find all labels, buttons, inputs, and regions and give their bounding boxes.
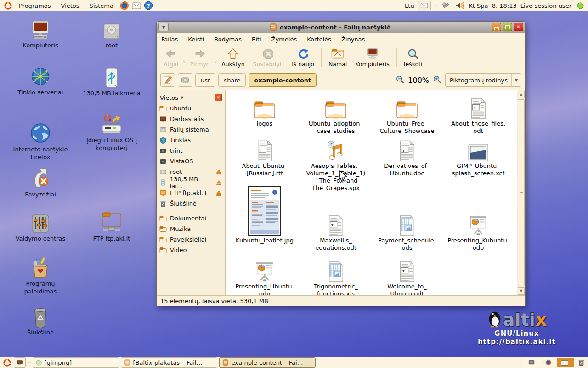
root-segment-button[interactable] [178, 73, 192, 87]
workspace-2[interactable] [540, 358, 557, 367]
file-item[interactable]: logos [230, 97, 299, 127]
file-item[interactable]: Maxwell's_ equations.odt [301, 214, 370, 252]
desktop-icon-ftp[interactable]: FTP ftp.akl.lt [75, 212, 148, 243]
sidebar-item-trint[interactable]: trint [157, 145, 225, 156]
desktop-icon-control-center[interactable]: Valdymo centras [4, 213, 77, 243]
menu-system[interactable]: Sistema [85, 0, 118, 11]
eject-icon[interactable] [215, 190, 222, 196]
sidebar-item-ftp[interactable]: FTP ftp.akl.lt [157, 188, 225, 198]
path-segment-share[interactable]: share [218, 73, 246, 87]
reload-button[interactable]: Iš naujo [288, 47, 318, 69]
file-item[interactable]: Derivatives_of_ Ubuntu.doc [373, 139, 441, 177]
desktop-icon-install-os[interactable]: Įdiegti Linux OS į kompiuterį [75, 113, 148, 152]
maximize-button[interactable] [503, 23, 512, 31]
forward-dropdown-chevron[interactable]: ∨ [214, 59, 217, 64]
menu-help[interactable]: Žinynas [341, 36, 365, 43]
firefox-launcher-icon[interactable] [119, 0, 130, 11]
volume-icon[interactable] [455, 0, 465, 11]
input-tool-icon[interactable] [441, 0, 451, 11]
zoom-out-button[interactable] [396, 75, 404, 86]
scroll-up-icon[interactable]: ▲ [518, 91, 525, 98]
up-button[interactable]: Aukštyn [217, 47, 249, 69]
sidebar-item-pictures[interactable]: Paveikslėliai [157, 234, 225, 245]
eject-icon[interactable] [215, 179, 222, 186]
distro-logo-icon[interactable] [2, 357, 12, 368]
workspace-1[interactable] [523, 358, 540, 367]
tray-handle[interactable]: ≡ [435, 3, 438, 8]
distro-logo-icon[interactable] [3, 0, 13, 11]
file-item[interactable]: About_these_files. odt [444, 97, 513, 135]
scrollbar-thumb[interactable] [518, 99, 525, 286]
window-titlebar[interactable]: ▼ example-content – Failų naršyklė ✕ [157, 22, 525, 33]
view-mode-select[interactable]: Piktogramų rodinys ▼ [445, 73, 521, 87]
desktop-icon-computer[interactable]: Kompiuteris [4, 20, 77, 50]
menu-tabs[interactable]: Kortelės [307, 36, 331, 43]
edit-location-button[interactable] [160, 73, 175, 87]
path-segment-current[interactable]: example-content [249, 73, 317, 87]
zoom-in-button[interactable] [433, 75, 441, 86]
sidebar-item-home[interactable]: ubuntu [157, 103, 225, 114]
sidebar-item-music[interactable]: Muzika [157, 224, 225, 234]
search-button[interactable]: Ieškoti [400, 47, 427, 69]
sidebar-item-documents[interactable]: Dokumentai [157, 213, 225, 224]
sidebar-item-vistaos[interactable]: VistaOS [157, 156, 225, 167]
sidebar-item-video[interactable]: Video [157, 245, 225, 255]
file-item[interactable]: GIMP_Ubuntu_ splash_screen.xcf [444, 139, 513, 177]
desktop-icon-examples[interactable]: Pavyzdžiai [4, 167, 77, 199]
user-switcher[interactable]: Live session user [520, 2, 571, 9]
eject-icon[interactable] [215, 168, 222, 175]
file-item[interactable]: About_Ubuntu_ [Russian].rtf [230, 139, 299, 177]
close-button[interactable]: ✕ [514, 23, 523, 31]
menu-applications[interactable]: Programos [15, 0, 55, 11]
presence-icon[interactable] [575, 0, 585, 11]
task-button-gimp[interactable]: [gimpng] [33, 357, 119, 368]
menu-edit[interactable]: Keisti [188, 36, 204, 43]
mail-tray-icon[interactable] [418, 1, 431, 10]
help-launcher-icon[interactable]: ? [143, 0, 153, 11]
forward-button[interactable]: Pirmyn [186, 47, 214, 69]
sidebar-item-filesystem[interactable]: Failų sistema [157, 124, 225, 135]
workspace-3-current[interactable] [557, 358, 574, 367]
desktop-icon-network-servers[interactable]: Tinklo serveriai [4, 65, 77, 97]
window-menu-button[interactable]: ▼ [158, 23, 169, 31]
desktop-icon-app-install[interactable]: Programų paleidimas [4, 257, 77, 296]
back-dropdown-chevron[interactable]: ∨ [182, 59, 186, 64]
file-item[interactable]: Ubuntu_adoption_ case_studies [301, 97, 370, 135]
sidebar-item-network[interactable]: Tinklas [157, 135, 225, 145]
file-item[interactable]: Presenting_Ubuntu. odp [230, 260, 299, 295]
file-item[interactable]: Welcome_to_ Ubuntu.odt [373, 260, 441, 295]
task-button-baltix-plakatas[interactable]: [Baltix-plakatas – Fail… [121, 357, 217, 368]
desktop-icon-firefox[interactable]: Interneto naršyklė Firefox [4, 121, 77, 161]
menu-bookmarks[interactable]: Žymelės [271, 36, 297, 43]
sidebar-item-usb[interactable]: 130,5 MB lai… [157, 177, 225, 188]
clock[interactable]: Kt Spa 8, 18:13 [469, 2, 517, 9]
menu-file[interactable]: Failas [161, 36, 178, 43]
menu-go[interactable]: Eiti [252, 36, 261, 43]
stop-button[interactable]: Sustabdyti [249, 47, 288, 69]
minimize-button[interactable] [492, 23, 501, 31]
menu-places[interactable]: Vietos [57, 0, 84, 11]
sidebar-close-icon[interactable]: ✕ [215, 94, 222, 101]
file-item[interactable]: Ubuntu_Free_ Culture_Showcase [373, 97, 441, 135]
trash-applet-icon[interactable] [576, 357, 586, 368]
computer-button[interactable]: Kompiuteris [351, 47, 393, 69]
file-item[interactable]: Presenting_Kubuntu. odp [444, 214, 513, 252]
tasklist-handle[interactable]: ≡ [28, 360, 31, 365]
keyboard-indicator[interactable]: Ltu [405, 2, 414, 9]
scroll-down-icon[interactable]: ▼ [518, 287, 525, 295]
path-segment-usr[interactable]: usr [195, 73, 215, 87]
mail-launcher-icon[interactable] [131, 0, 141, 11]
sidebar-item-trash[interactable]: Šiukšlinė [157, 198, 225, 209]
menu-view[interactable]: Rodymas [214, 36, 242, 43]
desktop-icon-root-volume[interactable]: root [75, 22, 148, 50]
file-item[interactable]: Aesop's_Fables,_ Volume_1_(Fable_1) _-_T… [301, 139, 370, 191]
file-item[interactable]: Trigonometric_ functions.xls [301, 260, 370, 295]
sidebar-item-desktop[interactable]: Darbastalis [157, 114, 225, 124]
desktop-icon-usb-volume[interactable]: 130,5 MB laikmena [75, 67, 148, 98]
back-button[interactable]: Atgal [159, 47, 182, 69]
file-item[interactable]: Kubuntu_leaflet.jpg [230, 185, 299, 244]
task-button-example-content[interactable]: example-content – Fai… [219, 357, 316, 368]
file-list-view[interactable]: logos Ubuntu_adoption_ case_studies Ubun… [226, 90, 517, 295]
file-item[interactable]: Payment_schedule. ods [373, 214, 441, 252]
sidebar-pane-selector[interactable]: Vietos [160, 94, 178, 101]
